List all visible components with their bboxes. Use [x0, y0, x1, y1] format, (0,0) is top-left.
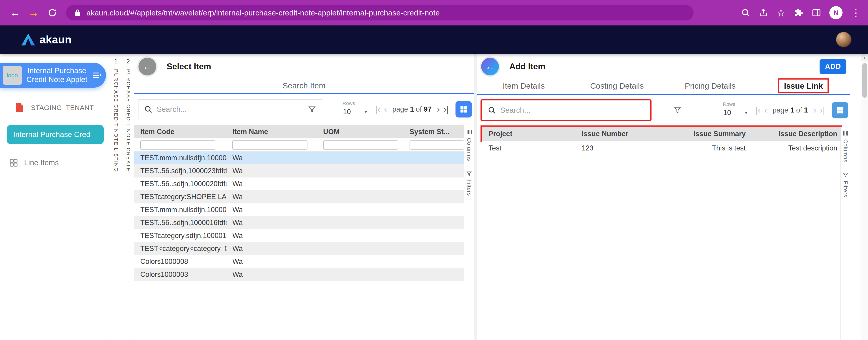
- issue-description-cell: Test description: [749, 144, 840, 152]
- rows-per-page-select[interactable]: Rows 10 ▾: [723, 101, 748, 119]
- search-input[interactable]: [157, 105, 304, 114]
- table-row[interactable]: TEST<category<category_01>s... Wa: [134, 242, 464, 255]
- issue-number-cell: 123: [575, 144, 661, 152]
- profile-initial: N: [833, 9, 838, 16]
- grid-icon: [459, 105, 468, 114]
- column-filter-input[interactable]: [232, 140, 307, 149]
- table-row[interactable]: TEST.mmm.nullsdfjn,1000001fd... Wa: [134, 203, 464, 216]
- item-name-cell: Wa: [226, 218, 317, 227]
- browser-window: ← → akaun.cloud/#/applets/tnt/wavelet/er…: [0, 0, 868, 340]
- search-box[interactable]: [482, 100, 650, 120]
- project-cell: Test: [482, 144, 575, 152]
- filter-row: [134, 138, 464, 151]
- scrollbar-thumb[interactable]: [862, 63, 867, 98]
- step-tab-create[interactable]: 2 PURCHASE CREDIT NOTE CREATE: [122, 54, 134, 340]
- tab-item-details[interactable]: Item Details: [503, 81, 545, 91]
- item-table: Item Code Item Name UOM System St... TES…: [134, 125, 464, 340]
- table-row[interactable]: TEST..56..sdfjn,1000020fdfds/df... Wa: [134, 177, 464, 191]
- table-row[interactable]: TESTcategory:SHOPEE LABEL Ar... Wa: [134, 191, 464, 203]
- step-tab-listing[interactable]: 1 PURCHASE CREDIT NOTE LISTING: [110, 54, 122, 340]
- browser-back-icon[interactable]: ←: [7, 7, 23, 18]
- browser-reload-icon[interactable]: [44, 8, 61, 18]
- annotation-highlight: Issue Link: [778, 78, 829, 93]
- tab-issue-link[interactable]: Issue Link: [784, 81, 823, 90]
- item-code-cell: TESTcategory:SHOPEE LABEL Ar...: [134, 193, 226, 201]
- scroll-up-button[interactable]: ▲: [861, 54, 868, 61]
- profile-avatar[interactable]: N: [829, 6, 842, 19]
- browser-forward-icon[interactable]: →: [26, 7, 42, 18]
- table-row[interactable]: TEST.mmm.nullsdfjn,1000002fd... Wa: [134, 151, 464, 165]
- tab-costing-details[interactable]: Costing Details: [590, 81, 644, 91]
- back-button[interactable]: ←: [481, 58, 499, 75]
- address-bar[interactable]: akaun.cloud/#/applets/tnt/wavelet/erp/in…: [66, 5, 693, 21]
- table-side-rail: Columns Filters: [464, 125, 474, 340]
- menu-open-icon[interactable]: [92, 70, 102, 80]
- tab-search-item[interactable]: Search Item: [283, 81, 326, 90]
- search-icon: [144, 105, 153, 114]
- table-row[interactable]: Colors1000008 Wa: [134, 255, 464, 268]
- filter-icon[interactable]: [673, 106, 682, 114]
- share-icon[interactable]: [758, 8, 768, 18]
- rows-value: 10: [343, 108, 351, 116]
- back-icon: ←: [143, 62, 152, 71]
- column-header: Item Name: [226, 128, 317, 136]
- table-row[interactable]: Test 123 This is test Test description: [482, 141, 840, 155]
- item-code-cell: TEST.mmm.nullsdfjn,1000002fd...: [134, 154, 226, 162]
- table-row[interactable]: TEST..56..sdfjn,1000016fdfds/df... Wa: [134, 216, 464, 229]
- tab-underline: [477, 94, 850, 95]
- last-page-button[interactable]: ›|: [820, 106, 825, 114]
- first-page-button[interactable]: |‹: [375, 105, 380, 114]
- columns-toggle[interactable]: Columns: [841, 127, 850, 168]
- search-box[interactable]: [138, 99, 322, 119]
- first-page-button[interactable]: |‹: [755, 106, 761, 114]
- applet-pill[interactable]: logo Internal Purchase Credit Note Apple…: [0, 63, 106, 88]
- bookmark-star-icon[interactable]: ☆: [776, 7, 786, 18]
- item-name-cell: Wa: [226, 193, 317, 201]
- table-row[interactable]: Colors1000003 Wa: [134, 268, 464, 281]
- zoom-icon[interactable]: [741, 8, 750, 18]
- prev-page-button[interactable]: ‹: [384, 105, 387, 114]
- item-code-cell: TESTcategory.sdfjn,1000016fdf...: [134, 232, 226, 240]
- columns-icon: [466, 129, 472, 135]
- tenant-selector[interactable]: STAGING_TENANT: [14, 102, 110, 113]
- extensions-icon[interactable]: [794, 8, 803, 18]
- column-filter-input[interactable]: [409, 140, 464, 149]
- browser-menu-icon[interactable]: ⋮: [851, 7, 861, 18]
- tab-pricing-details[interactable]: Pricing Details: [685, 81, 736, 91]
- prev-page-button[interactable]: ‹: [764, 106, 767, 114]
- columns-toggle[interactable]: Columns: [464, 125, 474, 167]
- search-input[interactable]: [500, 106, 645, 114]
- module-button[interactable]: Internal Purchase Cred: [7, 125, 104, 144]
- table-row[interactable]: TEST..56.sdfjn,1000023fdfds/df]... Wa: [134, 165, 464, 177]
- next-page-button[interactable]: ›: [813, 106, 816, 114]
- column-header: Issue Summary: [661, 130, 749, 138]
- step-label: PURCHASE CREDIT NOTE LISTING: [113, 69, 119, 172]
- back-button[interactable]: ←: [138, 58, 156, 75]
- table-side-rail: Columns Filters: [840, 127, 850, 340]
- column-settings-button[interactable]: [832, 102, 848, 118]
- item-name-cell: Wa: [226, 258, 317, 266]
- item-code-cell: TEST<category<category_01>s...: [134, 244, 226, 253]
- column-filter-input[interactable]: [323, 140, 398, 149]
- column-settings-button[interactable]: [456, 101, 472, 117]
- filters-toggle[interactable]: Filters: [464, 167, 474, 201]
- rows-per-page-select[interactable]: Rows 10 ▾: [342, 100, 368, 118]
- table-row[interactable]: TESTcategory.sdfjn,1000016fdf... Wa: [134, 229, 464, 242]
- column-filter-input[interactable]: [140, 140, 215, 149]
- panel-title: Select Item: [167, 62, 211, 71]
- scrollbar[interactable]: ▲: [861, 54, 868, 340]
- app-logo[interactable]: akaun: [21, 33, 72, 46]
- table-header: Item Code Item Name UOM System St...: [134, 125, 464, 138]
- chevron-down-icon: ▾: [365, 109, 367, 115]
- last-page-button[interactable]: ›|: [443, 105, 449, 114]
- add-button[interactable]: ADD: [819, 59, 846, 74]
- filters-toggle[interactable]: Filters: [841, 168, 850, 203]
- tenant-name: STAGING_TENANT: [31, 104, 94, 111]
- grid-icon: [836, 106, 844, 114]
- filter-icon[interactable]: [308, 105, 316, 114]
- user-avatar[interactable]: [836, 32, 851, 47]
- next-page-button[interactable]: ›: [437, 105, 440, 114]
- sidebar-item-line-items[interactable]: Line Items: [9, 158, 110, 167]
- app-header: akaun: [0, 26, 868, 54]
- side-panel-icon[interactable]: [812, 8, 821, 18]
